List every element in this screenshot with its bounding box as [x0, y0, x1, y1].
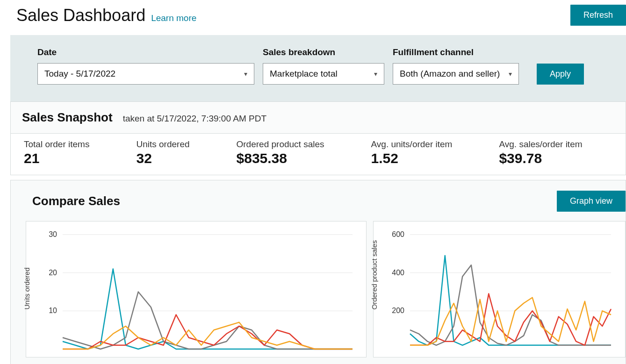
metric-value-total-order-items: 21: [24, 150, 89, 166]
chevron-down-icon: ▾: [244, 70, 247, 78]
svg-text:20: 20: [49, 269, 57, 277]
compare-sales-panel: Compare Sales Graph view Units ordered 1…: [10, 180, 626, 364]
chart-svg: 200400600: [377, 230, 616, 351]
page-title: Sales Dashboard: [16, 6, 145, 25]
svg-text:10: 10: [49, 307, 57, 314]
graph-view-button[interactable]: Graph view: [557, 191, 626, 212]
svg-text:600: 600: [392, 230, 405, 238]
date-select[interactable]: Today - 5/17/2022 ▾: [37, 63, 254, 85]
learn-more-link[interactable]: Learn more: [151, 13, 196, 23]
channel-select[interactable]: Both (Amazon and seller) ▾: [393, 63, 519, 85]
metric-label-avg-units: Avg. units/order item: [371, 139, 453, 150]
channel-label: Fulfillment channel: [393, 47, 519, 57]
refresh-button[interactable]: Refresh: [570, 5, 626, 26]
svg-text:400: 400: [392, 269, 405, 277]
metric-label-total-order-items: Total order items: [24, 139, 89, 150]
date-label: Date: [37, 47, 254, 57]
breakdown-label: Sales breakdown: [263, 47, 384, 57]
sales-snapshot-panel: Sales Snapshot taken at 5/17/2022, 7:39:…: [10, 101, 626, 175]
date-select-value: Today - 5/17/2022: [44, 69, 115, 79]
metric-label-avg-sales: Avg. sales/order item: [499, 139, 582, 150]
chevron-down-icon: ▾: [374, 70, 377, 78]
breakdown-select-value: Marketplace total: [270, 69, 338, 79]
snapshot-timestamp: taken at 5/17/2022, 7:39:00 AM PDT: [123, 114, 266, 124]
metric-label-ordered-sales: Ordered product sales: [237, 139, 324, 150]
svg-text:30: 30: [49, 230, 57, 238]
chart-ylabel: Ordered product sales: [370, 240, 378, 309]
chart-units-ordered: Units ordered 102030: [26, 221, 367, 357]
chart-svg: 102030: [30, 230, 357, 351]
filter-bar: Date Today - 5/17/2022 ▾ Sales breakdown…: [10, 35, 626, 101]
breakdown-select[interactable]: Marketplace total ▾: [263, 63, 384, 85]
metric-label-units-ordered: Units ordered: [136, 139, 189, 150]
chart-ylabel: Units ordered: [23, 267, 31, 309]
metric-value-ordered-sales: $835.38: [237, 150, 324, 166]
snapshot-title: Sales Snapshot: [22, 110, 113, 125]
chevron-down-icon: ▾: [509, 70, 512, 78]
apply-button[interactable]: Apply: [537, 64, 584, 85]
chart-ordered-product-sales: Ordered product sales 200400600: [373, 221, 626, 357]
metric-value-units-ordered: 32: [136, 150, 189, 166]
metric-value-avg-sales: $39.78: [499, 150, 582, 166]
compare-title: Compare Sales: [32, 194, 120, 208]
svg-text:200: 200: [392, 307, 405, 314]
channel-select-value: Both (Amazon and seller): [400, 69, 500, 79]
metric-value-avg-units: 1.52: [371, 150, 453, 166]
